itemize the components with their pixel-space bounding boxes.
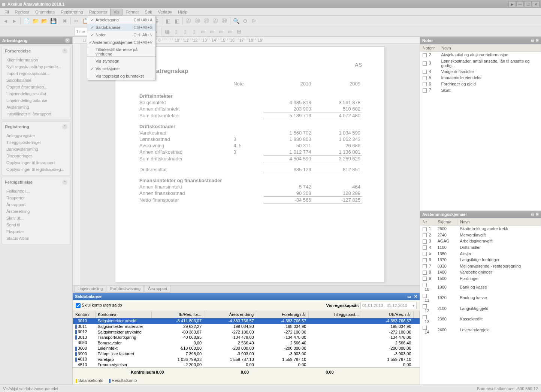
list-item[interactable]: 5Immaterielle eiendeler xyxy=(420,75,541,81)
menu-format[interactable]: Format xyxy=(123,9,142,15)
sidebar-item[interactable]: Saldobalanse xyxy=(2,77,70,84)
menu-verktoy[interactable]: Verktøy xyxy=(155,9,175,15)
sidebar-item[interactable]: Linjeinndeling resultat xyxy=(2,90,70,97)
sidebar-item[interactable]: Eksporter xyxy=(2,228,70,235)
list-item[interactable]: 132380Kassekreditt xyxy=(420,314,541,325)
sidebar-item[interactable]: Feilkontroll... xyxy=(2,188,70,195)
list-item[interactable]: 22740Merverdiavgift xyxy=(420,232,541,238)
accordion-header[interactable]: Registrering⌃ xyxy=(2,122,70,132)
avstemming-grid[interactable]: Nr Skjema Navn 12600Skattetrekk og andre… xyxy=(420,218,541,385)
letter-a-icon[interactable]: Ⓐ xyxy=(184,17,193,25)
menu-item[interactable]: ✓Vis seksjoner xyxy=(87,65,155,72)
list-item[interactable]: 3Lønnskostnader, antall ansatte, lån til… xyxy=(420,58,541,69)
back-icon[interactable]: ◄ xyxy=(1,17,10,25)
list-item[interactable]: 78030Mellomværende - renteberegning xyxy=(420,263,541,269)
list-item[interactable]: 91500Fordringer xyxy=(420,275,541,282)
sidebar-item[interactable]: Årsrapport xyxy=(2,201,70,208)
list-item[interactable]: 7Skatt xyxy=(420,87,541,93)
open2-icon[interactable]: 📂 xyxy=(40,17,48,25)
list-item[interactable]: 4Varige driftsmidler xyxy=(420,69,541,75)
menu-grunndata[interactable]: Grunndata xyxy=(32,9,58,15)
list-item[interactable]: 81400Varebeholdninger xyxy=(420,269,541,275)
sidebar-item[interactable]: Nytt regnskapsår/ny periode... xyxy=(2,63,70,70)
saldo-grid[interactable]: Kontonr Kontonavn IB/Res. for... Årets e… xyxy=(73,311,420,367)
search-icon[interactable]: 🔍 xyxy=(232,17,240,25)
menu-item[interactable]: Tilbakestill størrelse på vinduene xyxy=(87,48,155,55)
accordion-header[interactable]: Ferdigstillelse⌃ xyxy=(2,177,70,187)
menu-sok[interactable]: Søk xyxy=(142,9,155,15)
menu-item[interactable]: ✓NoterCtrl+Alt+N xyxy=(87,31,155,39)
menu-item[interactable]: ✓ArbeidsgangCtrl+Alt+A xyxy=(87,16,155,24)
row4-icon[interactable]: ▭ xyxy=(226,27,234,36)
sidebar-item[interactable]: Disponeringer xyxy=(2,153,70,159)
delete-icon[interactable]: ✖ xyxy=(61,17,69,25)
tool2-icon[interactable]: ◧ xyxy=(173,17,181,25)
sidebar-item[interactable]: Rapporter xyxy=(2,195,70,201)
letter-r-icon[interactable]: Ⓡ xyxy=(202,17,211,25)
menu-item[interactable]: Vis styretegn xyxy=(87,57,155,65)
row1-icon[interactable]: ▭ xyxy=(199,27,207,36)
accordion-header[interactable]: Forberedelse⌃ xyxy=(2,46,70,56)
sidebar-item[interactable]: Opplysninger til regnskapsreg... xyxy=(2,166,70,173)
avst-min-icon[interactable]: ▭ xyxy=(531,212,534,216)
menu-item[interactable]: ✓SaldobalanseCtrl+Alt+S xyxy=(87,24,155,31)
menu-vis[interactable]: Vis xyxy=(110,9,123,15)
sidebar-item[interactable]: Innstillinger til årsrapport xyxy=(2,111,70,117)
list-item[interactable]: 3AGAGArbeidsgiveravgift xyxy=(420,238,541,244)
sidebar-item[interactable]: Tilleggsposteringer xyxy=(2,139,70,146)
table-icon[interactable]: ▦ xyxy=(163,27,171,36)
period-select[interactable]: 01.01.2010 - 31.12.2010▾ xyxy=(360,302,417,309)
menu-hjelp[interactable]: Hjelp xyxy=(175,9,190,15)
cut-icon[interactable]: ✂ xyxy=(72,17,81,25)
row2-icon[interactable]: ▭ xyxy=(208,27,216,36)
table-row[interactable]: 3600Leieinntekt-518 000,00-200 000,00-20… xyxy=(73,346,420,351)
table-row[interactable]: 4010Varekjøp1 036 799,331 559 787,101 55… xyxy=(73,356,420,362)
sidebar-item[interactable]: Avstemming xyxy=(2,104,70,111)
merge-icon[interactable]: ⊞ xyxy=(235,27,243,36)
tool1-icon[interactable]: ◧ xyxy=(164,17,172,25)
table-row[interactable]: 3010Salgsinntekter arbeid-3 411 803,07-4… xyxy=(73,318,420,324)
save-icon[interactable]: 💾 xyxy=(49,17,57,25)
gear-icon[interactable]: ⚙ xyxy=(241,17,249,25)
flag-icon[interactable]: 🏳 xyxy=(250,17,258,25)
table-row[interactable]: 3011Salgsinntekter materialer-29 622,27-… xyxy=(73,324,420,329)
col1-icon[interactable]: ▯ xyxy=(172,27,180,36)
hide-empty-checkbox[interactable]: Skjul konto uten saldo xyxy=(76,303,122,308)
maximize-button[interactable]: ☐ xyxy=(524,1,532,7)
noter-close-icon[interactable]: ✕ xyxy=(536,39,539,42)
table-row[interactable]: 3012Salgsinntekter utrykning-80 383,87-2… xyxy=(73,329,420,335)
sidebar-item[interactable]: Bankavstemming xyxy=(2,146,70,153)
saldo-close-icon[interactable]: ✕ xyxy=(414,294,417,299)
letter-b-icon[interactable]: Ⓑ xyxy=(193,17,202,25)
col3-icon[interactable]: ▯ xyxy=(190,27,198,36)
sidebar-item[interactable]: Opprett årsregnskap... xyxy=(2,84,70,90)
sidebar-item[interactable]: Skriv ut... xyxy=(2,215,70,221)
table-row[interactable]: 4510Fremmedytelser-2 200,000,000,000,00 xyxy=(73,362,420,368)
sidebar-item[interactable]: Linjeinndeling balanse xyxy=(2,97,70,104)
menu-fil[interactable]: Fil xyxy=(1,9,12,15)
play-button[interactable]: ▶ xyxy=(508,1,516,7)
sidebar-item[interactable]: Klientinformasjon xyxy=(2,57,70,63)
col2-icon[interactable]: ▯ xyxy=(181,27,189,36)
tab-forhandsvisning[interactable]: Forhåndsvisning xyxy=(107,286,144,293)
sidebar-close-icon[interactable]: ✕ xyxy=(65,38,70,43)
list-item[interactable]: 51350Aksjer xyxy=(420,250,541,257)
table-row[interactable]: 3013Transport/Bortkjøring-40 068,95-134 … xyxy=(73,335,420,340)
list-item[interactable]: 111920Bank og kasse xyxy=(420,292,541,303)
list-item[interactable]: 142400Leverandørgjeld xyxy=(420,325,541,335)
sidebar-item[interactable]: Årsberetning xyxy=(2,208,70,215)
avst-close-icon[interactable]: ✕ xyxy=(536,212,539,216)
menu-item[interactable]: Vis topptekst og bunntekst xyxy=(87,72,155,80)
sidebar-item[interactable]: Send til xyxy=(2,221,70,228)
menu-registrering[interactable]: Registrering xyxy=(58,9,86,15)
saldo-min-icon[interactable]: ▭ xyxy=(407,294,411,299)
open-icon[interactable]: 📁 xyxy=(31,17,39,25)
letter-a2-icon[interactable]: Ⓐ xyxy=(211,17,220,25)
list-item[interactable]: 61370Langsiktige fordringer xyxy=(420,257,541,263)
sidebar-item[interactable]: Opplysninger til årsrapport xyxy=(2,159,70,166)
noter-grid[interactable]: Notenr Navn 2Aksjekapital og aksjonærinf… xyxy=(420,44,541,211)
tab-linjeinndeling[interactable]: Linjeinndeling xyxy=(74,286,106,293)
list-item[interactable]: 41100Driftsmidler xyxy=(420,244,541,251)
sidebar-item[interactable]: Import regnskapsdata... xyxy=(2,70,70,77)
forward-icon[interactable]: ► xyxy=(10,17,19,25)
